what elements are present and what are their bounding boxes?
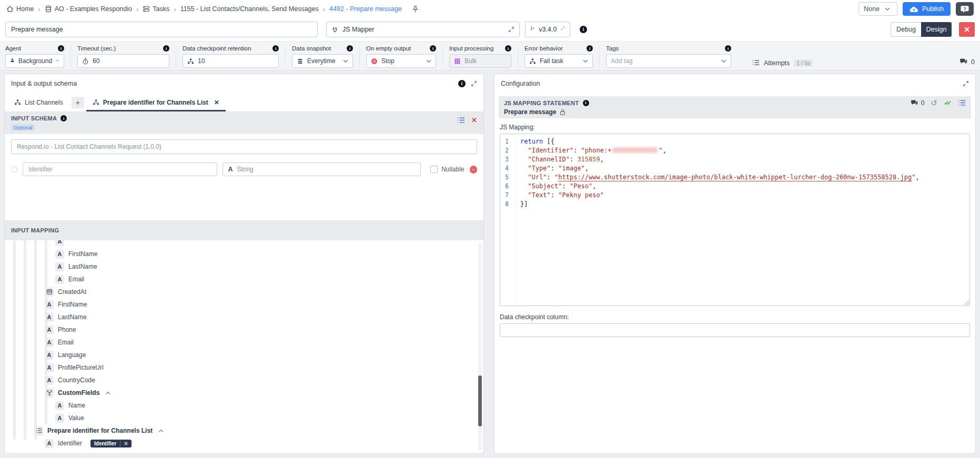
expand-icon[interactable]: [471, 80, 477, 87]
code-token: "phone:+: [581, 147, 612, 154]
tree-scrollbar-thumb[interactable]: [478, 375, 482, 426]
tree-item-language[interactable]: ALanguage: [5, 349, 483, 361]
pin-icon[interactable]: [411, 5, 419, 13]
code-link: https://www.shutterstock.com/image-photo…: [558, 174, 912, 181]
code-token: [520, 182, 528, 190]
tree-item-countrycode[interactable]: ACountryCode: [5, 374, 483, 386]
info-icon[interactable]: i: [458, 80, 466, 87]
breadcrumb-item[interactable]: Tasks: [143, 5, 169, 13]
comments-button[interactable]: 0: [911, 99, 925, 107]
info-icon[interactable]: i: [583, 100, 589, 106]
component-type-box[interactable]: JS Mapper: [326, 22, 520, 37]
tree-item-firstname[interactable]: AFirstName: [5, 248, 483, 260]
double-check-icon[interactable]: ✓✓: [944, 99, 952, 107]
input-mapping-tree: AAFirstNameALastNameAEmailCreatedAtAFirs…: [5, 240, 483, 453]
tree-item-lastname[interactable]: ALastName: [5, 311, 483, 323]
info-icon[interactable]: i: [505, 45, 511, 52]
version-box[interactable]: v3.4.0: [525, 22, 570, 37]
code-token: [520, 174, 528, 181]
breadcrumb-item[interactable]: Home: [6, 5, 34, 13]
breadcrumb-label: 1155 - List Contacts/Channels, Send Mess…: [180, 5, 319, 13]
setting-control-timeout-sec-[interactable]: 60: [77, 54, 169, 68]
environment-value: None: [864, 5, 880, 13]
add-tab-button[interactable]: +: [72, 97, 84, 108]
line-number: 7: [505, 191, 516, 200]
code-token: ,: [915, 174, 919, 181]
environment-selector[interactable]: None: [858, 2, 897, 16]
tree-item-identifier[interactable]: AIdentifierIdentifier✕: [5, 437, 483, 450]
list-icon[interactable]: [958, 99, 966, 106]
expand-icon[interactable]: [963, 80, 969, 87]
setting-control-tags[interactable]: Add tag: [606, 54, 731, 68]
tree-item-createdat[interactable]: CreatedAt: [5, 286, 483, 298]
remove-schema-icon[interactable]: ✕: [471, 117, 477, 124]
code-editor[interactable]: 12345678 return [{ "Identifier": "phone:…: [500, 134, 970, 306]
settings-row: AgentiBackgroundTimeout (sec.)i60Data ch…: [0, 41, 980, 70]
remove-badge-icon[interactable]: ✕: [120, 440, 131, 447]
close-tab-icon[interactable]: ✕: [214, 99, 219, 106]
field-type-input[interactable]: A String: [223, 162, 421, 176]
tree-item-phone[interactable]: APhone: [5, 323, 483, 336]
undo-icon[interactable]: ↺: [931, 99, 937, 107]
line-number: 5: [505, 173, 516, 182]
setting-control-error-behavior[interactable]: Fail task: [524, 54, 593, 68]
design-button[interactable]: Design: [921, 22, 952, 37]
editor-code[interactable]: return [{ "Identifier": "phone:+", "Chan…: [516, 134, 969, 306]
breadcrumb-item[interactable]: 4492 - Prepare message: [329, 5, 402, 13]
chevron-up-icon[interactable]: [158, 429, 164, 433]
info-icon[interactable]: i: [272, 45, 279, 52]
data-checkpoint-input[interactable]: [500, 323, 970, 337]
breadcrumb-item[interactable]: AO - Examples Respondio: [45, 5, 132, 13]
tree-item-email[interactable]: AEmail: [5, 273, 483, 286]
info-icon[interactable]: i: [725, 45, 731, 52]
help-button[interactable]: ?: [956, 2, 974, 16]
expand-icon[interactable]: [561, 26, 565, 33]
code-line: "ChannelID": 315859,: [520, 155, 965, 164]
string-type-icon: A: [55, 240, 64, 246]
attempts-button[interactable]: Attempts 1 / 5s: [752, 59, 813, 67]
chevron-up-icon[interactable]: [105, 391, 110, 395]
drag-handle-dot[interactable]: [11, 166, 17, 172]
tree-item-email[interactable]: AEmail: [5, 336, 483, 349]
tree-item-name[interactable]: AName: [5, 399, 483, 412]
expand-icon[interactable]: [508, 26, 514, 33]
tree-item-customfields[interactable]: CustomFields: [5, 386, 483, 399]
task-name-input[interactable]: [5, 22, 318, 37]
tree-item-partial[interactable]: A: [5, 240, 483, 248]
breadcrumb-item[interactable]: 1155 - List Contacts/Channels, Send Mess…: [180, 5, 319, 13]
identifier-badge-label: Identifier: [90, 440, 120, 447]
schema-name-field[interactable]: Respond.io - List Contact Channels Reque…: [11, 139, 477, 154]
info-icon[interactable]: i: [163, 45, 169, 52]
setting-control-agent[interactable]: Background: [5, 54, 64, 68]
setting-control-input-processing[interactable]: Bulk: [449, 54, 511, 68]
setting-control-data-checkpoint-retention[interactable]: 10: [183, 54, 279, 68]
mode-switcher: Debug Design: [891, 22, 952, 37]
tree-item-lastname[interactable]: ALastName: [5, 260, 483, 273]
list-icon[interactable]: [457, 117, 465, 124]
tree-item-profilepictureurl[interactable]: AProfilePictureUrl: [5, 361, 483, 374]
remove-field-button[interactable]: −: [470, 166, 477, 174]
tree-item-firstname[interactable]: AFirstName: [5, 298, 483, 311]
info-icon[interactable]: i: [60, 115, 67, 121]
tree-item-prepare-identifier-for-channels-list[interactable]: Prepare identifier for Channels List: [5, 424, 483, 437]
breadcrumb-separator: ›: [322, 5, 326, 13]
publish-button[interactable]: Publish: [903, 2, 951, 16]
tab-prepare-identifier-for-channels-list[interactable]: Prepare identifier for Channels List✕: [86, 93, 226, 111]
info-icon[interactable]: i: [58, 45, 64, 52]
info-icon[interactable]: i: [587, 45, 593, 52]
close-button[interactable]: ✕: [959, 22, 975, 37]
info-icon[interactable]: i: [347, 45, 353, 52]
tree-item-value[interactable]: AValue: [5, 412, 483, 424]
field-name-input[interactable]: Identifier: [23, 162, 217, 176]
nullable-toggle[interactable]: Nullable: [430, 166, 464, 173]
nullable-checkbox[interactable]: [430, 166, 438, 173]
tab-list-channels[interactable]: List Channels: [8, 93, 69, 111]
info-icon[interactable]: i: [580, 26, 587, 33]
debug-button[interactable]: Debug: [891, 22, 921, 37]
comments-button[interactable]: 0: [959, 58, 975, 66]
setting-control-data-snapshot[interactable]: Everytime: [292, 54, 353, 68]
info-icon[interactable]: i: [430, 45, 436, 52]
sitemap-icon: [529, 58, 536, 65]
setting-control-on-empty-output[interactable]: Stop: [366, 54, 436, 68]
code-token: :: [573, 147, 581, 154]
